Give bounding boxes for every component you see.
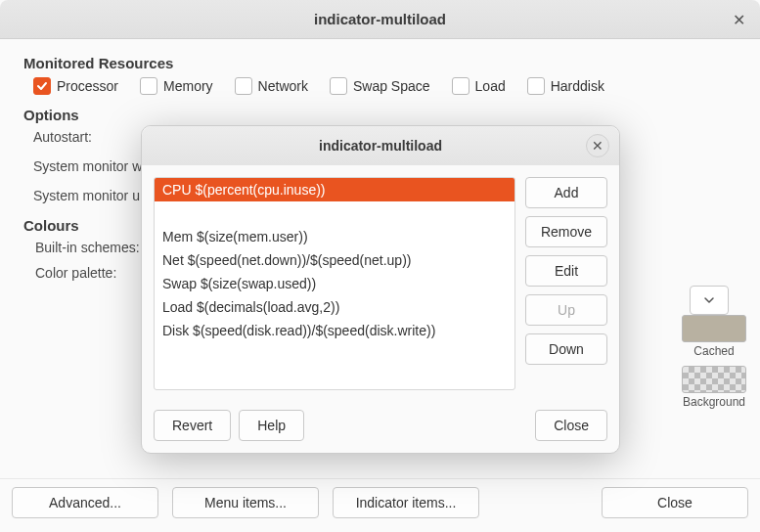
- monitored-resources-row: Processor Memory Network Swap Space Load…: [33, 77, 737, 95]
- checkbox-memory[interactable]: Memory: [140, 77, 213, 95]
- checkbox-box-icon: [330, 77, 347, 95]
- dialog-side-buttons: Add Remove Edit Up Down: [525, 177, 607, 390]
- swatch-background[interactable]: [682, 366, 746, 393]
- main-footer: Advanced... Menu items... Indicator item…: [0, 478, 760, 532]
- checkbox-load-label: Load: [475, 78, 506, 94]
- checkbox-swap-label: Swap Space: [353, 78, 430, 94]
- checkbox-network-label: Network: [258, 78, 308, 94]
- revert-button[interactable]: Revert: [154, 410, 231, 441]
- dialog-footer: Revert Help Close: [142, 402, 619, 453]
- checkbox-processor-label: Processor: [57, 78, 118, 94]
- list-item[interactable]: Swap $(size(swap.used)): [155, 272, 514, 295]
- scheme-dropdown[interactable]: [690, 286, 729, 315]
- remove-button[interactable]: Remove: [525, 216, 607, 247]
- add-button[interactable]: Add: [525, 177, 607, 208]
- swatch-cached[interactable]: [682, 315, 746, 342]
- checkbox-harddisk-label: Harddisk: [551, 78, 604, 94]
- main-window-title: indicator-multiload: [314, 11, 446, 27]
- checkbox-harddisk[interactable]: Harddisk: [527, 77, 604, 95]
- check-icon: [33, 77, 51, 95]
- section-monitored-resources: Monitored Resources: [23, 55, 737, 71]
- dialog-title: indicator-multiload: [319, 138, 442, 154]
- spacer: [312, 410, 527, 441]
- swatch-cached-label: Cached: [693, 344, 734, 358]
- checkbox-box-icon: [527, 77, 545, 95]
- list-item[interactable]: Disk $(speed(disk.read))/$(speed(disk.wr…: [155, 319, 514, 342]
- edit-button[interactable]: Edit: [525, 255, 607, 287]
- main-titlebar: indicator-multiload ✕: [0, 0, 760, 39]
- checkbox-box-icon: [452, 77, 469, 95]
- checkbox-box-icon: [140, 77, 157, 95]
- indicator-items-button[interactable]: Indicator items...: [333, 487, 479, 518]
- checkbox-network[interactable]: Network: [235, 77, 308, 95]
- main-close-button[interactable]: ✕: [729, 10, 748, 29]
- checkbox-processor[interactable]: Processor: [33, 77, 118, 95]
- checkbox-memory-label: Memory: [163, 78, 213, 94]
- up-button[interactable]: Up: [525, 294, 607, 326]
- help-button[interactable]: Help: [239, 410, 304, 441]
- swatch-background-label: Background: [683, 395, 745, 409]
- dialog-close-footer-button[interactable]: Close: [535, 410, 607, 441]
- down-button[interactable]: Down: [525, 333, 607, 365]
- main-close-footer-button[interactable]: Close: [602, 487, 748, 518]
- dialog-body: CPU $(percent(cpu.inuse))Mem $(size(mem.…: [142, 165, 619, 402]
- checkbox-box-icon: [235, 77, 252, 95]
- menu-items-button[interactable]: Menu items...: [172, 487, 319, 518]
- list-item[interactable]: [155, 201, 514, 225]
- dialog-titlebar: indicator-multiload ✕: [142, 126, 619, 165]
- chevron-down-icon: [703, 294, 715, 306]
- dialog-close-button[interactable]: ✕: [586, 134, 609, 157]
- list-item[interactable]: Net $(speed(net.down))/$(speed(net.up)): [155, 248, 514, 272]
- advanced-button[interactable]: Advanced...: [12, 487, 158, 518]
- section-options: Options: [23, 107, 737, 123]
- list-item[interactable]: CPU $(percent(cpu.inuse)): [155, 178, 514, 201]
- checkbox-load[interactable]: Load: [452, 77, 506, 95]
- colour-swatches: Cached Background: [682, 315, 746, 415]
- items-listbox[interactable]: CPU $(percent(cpu.inuse))Mem $(size(mem.…: [154, 177, 515, 390]
- indicator-items-dialog: indicator-multiload ✕ CPU $(percent(cpu.…: [141, 125, 620, 454]
- list-item[interactable]: Load $(decimals(load.avg,2)): [155, 295, 514, 319]
- list-item[interactable]: Mem $(size(mem.user)): [155, 225, 514, 248]
- checkbox-swap[interactable]: Swap Space: [330, 77, 430, 95]
